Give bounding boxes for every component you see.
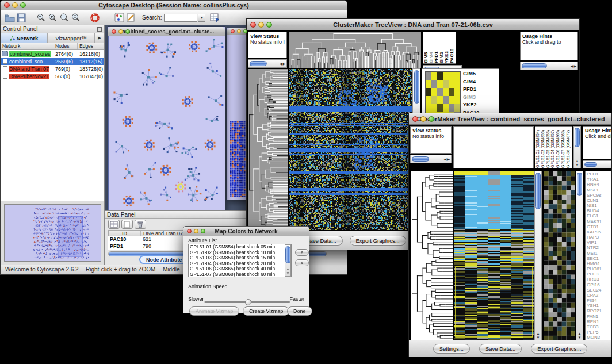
column-label[interactable]: GPL51-06 (GSM865) [556, 127, 561, 168]
gene-label[interactable]: YSH1 [586, 303, 611, 308]
gene-label[interactable]: YRA1 [586, 177, 611, 182]
column-label[interactable]: PAC10 [449, 32, 454, 63]
zoom-window-icon[interactable] [125, 29, 130, 34]
gene-label[interactable]: NIS1 [586, 203, 611, 208]
search-table-icon[interactable] [209, 13, 220, 23]
zoom-selected-icon[interactable] [58, 13, 70, 23]
scroll-left-icon[interactable]: ◀ [571, 64, 573, 68]
scrollbar-thumb[interactable] [250, 61, 267, 66]
view-status-scrollbar[interactable]: ◀▶ [248, 59, 287, 68]
network-row[interactable]: combined_scores 2764(0) 16218(0) [1, 50, 104, 58]
treeview2-titlebar[interactable]: ClusterMaker TreeView : combined_scores_… [409, 113, 611, 125]
gene-label[interactable]: NTR2 [586, 245, 611, 250]
done-button[interactable]: Done [287, 306, 312, 316]
expression-heatmap[interactable] [289, 69, 412, 230]
help-ring-icon[interactable] [89, 13, 101, 23]
close-icon[interactable] [112, 29, 116, 34]
gene-label[interactable]: SEC1 [586, 256, 611, 261]
gene-label[interactable]: RNR4 [586, 182, 611, 187]
scrollbar-thumb[interactable] [285, 246, 290, 263]
heatmap-vscrollbar[interactable]: ▲▼ [534, 171, 542, 341]
minimize-icon[interactable] [258, 22, 264, 28]
gene-label[interactable]: HRD3 [586, 277, 611, 282]
zoom-in-icon[interactable] [47, 13, 58, 23]
gene-label[interactable]: GIM3 [463, 94, 479, 102]
save-data-button[interactable]: Save Data... [479, 344, 522, 354]
export-graphics-button[interactable]: Export Graphics... [350, 236, 406, 246]
column-edges[interactable]: Edges [78, 43, 104, 49]
tab-network[interactable]: Network [1, 33, 48, 43]
gene-label[interactable]: GPI16 [586, 282, 611, 288]
scroll-right-icon[interactable]: ▶ [573, 64, 576, 68]
scroll-down-icon[interactable]: ▼ [286, 271, 290, 275]
expression-heatmap[interactable] [454, 171, 534, 340]
gene-label[interactable]: MAK31 [586, 219, 611, 224]
gene-label[interactable]: GTB1 [586, 224, 611, 229]
zoom-fit-icon[interactable] [70, 13, 81, 23]
vizmap-icon[interactable] [113, 13, 125, 23]
scroll-up-icon[interactable]: ▲ [576, 159, 579, 163]
gene-label[interactable]: KAP95 [586, 229, 611, 235]
network-window-titlebar[interactable]: combined_scores_good.txt--cluste... [108, 27, 225, 36]
scroll-right-icon[interactable]: ▶ [282, 62, 285, 66]
zoom-window-icon[interactable] [266, 22, 272, 28]
column-labels-scrollbar[interactable]: ▲▼ [573, 126, 581, 168]
gene-label[interactable]: PAN1 [586, 314, 611, 319]
usage-hints-scrollbar[interactable]: ◀▶ [520, 62, 578, 70]
settings-button[interactable]: Settings... [433, 344, 470, 354]
column-label[interactable]: GPL51-07 (GSM868) [561, 127, 566, 168]
search-dropdown-icon[interactable]: ▼ [198, 14, 205, 22]
gene-label[interactable]: RPN1 [586, 319, 611, 324]
search-input[interactable] [164, 14, 197, 22]
gene-label[interactable]: HAP3 [586, 235, 611, 240]
gene-label[interactable]: TCB3 [586, 324, 611, 329]
gene-label[interactable]: GIM4 [463, 79, 479, 87]
view-status-scrollbar[interactable]: ◀▶ [410, 155, 452, 163]
gene-dendrogram[interactable] [411, 171, 453, 340]
new-attribute-icon[interactable] [121, 220, 133, 229]
gene-label[interactable]: HMG1 [586, 261, 611, 266]
create-vizmap-button[interactable]: Create Vizmap [243, 306, 289, 316]
network-row[interactable]: RNAPuberNov2+ 563(0) 107847(0) [1, 72, 104, 80]
export-graphics-button[interactable]: Export Graphics... [531, 344, 587, 354]
scroll-down-icon[interactable]: ▼ [578, 336, 582, 340]
scrollbar-thumb[interactable] [584, 162, 597, 167]
gene-label[interactable]: PFD1 [586, 171, 611, 177]
zoom-window-icon[interactable] [20, 2, 26, 8]
network-view-canvas[interactable] [109, 36, 225, 210]
minimize-icon[interactable] [118, 29, 123, 34]
scrollbar-thumb[interactable] [536, 173, 541, 209]
column-label[interactable]: PFD1 [434, 32, 439, 63]
attribute-table-icon[interactable] [108, 220, 120, 229]
save-icon[interactable] [16, 13, 27, 23]
gene-label[interactable]: PUF3 [586, 271, 611, 277]
column-label[interactable]: GIM5 [423, 32, 429, 63]
scroll-up-icon[interactable]: ▲ [286, 267, 290, 271]
gene-label[interactable]: ELG1 [586, 213, 611, 219]
array-dendrogram[interactable] [289, 32, 421, 68]
tab-overflow-icon[interactable]: ▶ [95, 33, 104, 43]
column-label[interactable]: GPL51-04 (GSM857) [550, 127, 556, 168]
dialog-titlebar[interactable]: Map Colors to Network [183, 227, 309, 236]
gene-label[interactable]: RPO21 [586, 308, 611, 313]
gene-list-scrollbar[interactable]: ▲▼ [576, 171, 583, 341]
attribute-list-scrollbar[interactable]: ▲▼ [285, 244, 291, 277]
gene-label[interactable]: PEP5 [586, 329, 611, 335]
scroll-left-icon[interactable]: ◀ [280, 62, 282, 66]
column-label[interactable]: GPL51-08 (GSM872) [566, 127, 571, 168]
minimize-icon[interactable] [237, 29, 241, 33]
scrollbar-thumb[interactable] [577, 173, 582, 196]
float-panel-icon[interactable] [97, 27, 102, 32]
gene-label[interactable]: MSL1 [586, 187, 611, 193]
scrollbar-thumb[interactable] [575, 128, 580, 147]
slider-thumb[interactable] [245, 299, 251, 305]
scroll-down-icon[interactable]: ▼ [537, 336, 540, 340]
scroll-up-icon[interactable]: ▲ [537, 332, 540, 336]
gene-dendrogram[interactable] [248, 69, 288, 230]
treeview1-titlebar[interactable]: ClusterMaker TreeView : DNA and Tran 07-… [247, 19, 579, 30]
tab-vizmapper[interactable]: VizMapper™ [48, 33, 95, 43]
gene-label[interactable]: SEC24 [586, 288, 611, 293]
minimize-icon[interactable] [420, 116, 426, 122]
gene-label[interactable]: YKE2 [463, 102, 479, 110]
open-file-icon[interactable] [4, 13, 16, 23]
